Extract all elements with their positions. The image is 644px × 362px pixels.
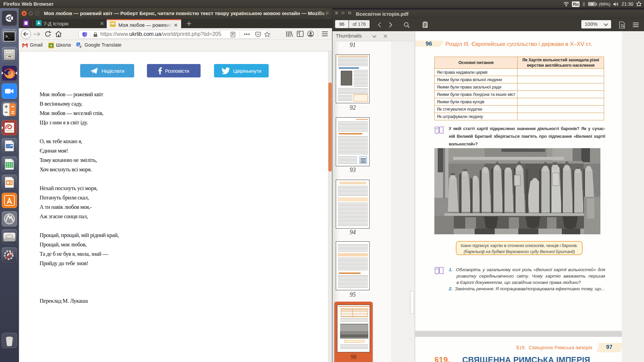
svg-text:G: G	[77, 43, 79, 46]
